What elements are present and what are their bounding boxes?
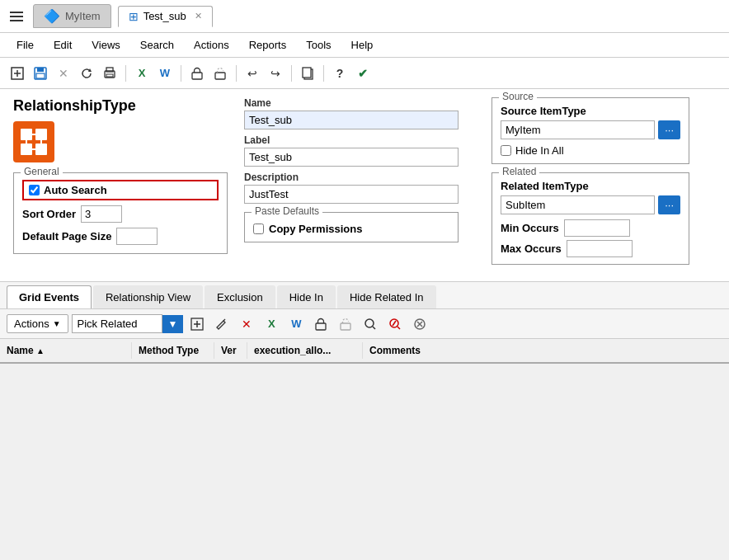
excel-button[interactable]: X: [131, 63, 153, 84]
menu-views[interactable]: Views: [82, 35, 129, 54]
sort-order-label: Sort Order: [22, 208, 76, 220]
tab-relationship-view[interactable]: Relationship View: [93, 285, 203, 308]
svg-rect-13: [303, 68, 311, 78]
col-name-label: Name: [7, 345, 34, 356]
new-button[interactable]: [7, 63, 28, 84]
col-comments[interactable]: Comments: [363, 342, 729, 359]
sort-order-row: Sort Order: [22, 205, 219, 223]
print-button[interactable]: [99, 63, 120, 84]
menu-edit[interactable]: Edit: [44, 35, 82, 54]
toolbar-sep-1: [125, 65, 126, 82]
pick-related-input[interactable]: [72, 314, 162, 333]
name-input[interactable]: [244, 111, 459, 129]
test-sub-tab-icon: ⊞: [129, 10, 139, 23]
copy-permissions-row: Copy Permissions: [253, 223, 449, 235]
tab-grid-events[interactable]: Grid Events: [7, 285, 92, 308]
svg-rect-26: [316, 323, 326, 330]
svg-rect-27: [341, 323, 350, 330]
source-input-row: ···: [501, 120, 680, 139]
description-input[interactable]: [244, 185, 459, 204]
hide-in-all-row: Hide In All: [501, 144, 680, 157]
grid-unlock-button[interactable]: [335, 313, 356, 335]
description-label: Description: [244, 172, 475, 183]
col-method-type[interactable]: Method Type: [132, 342, 214, 359]
undo-button[interactable]: ↩: [242, 63, 263, 84]
min-occurs-input[interactable]: [564, 219, 630, 237]
tab-test-sub[interactable]: ⊞ Test_sub ✕: [118, 6, 213, 27]
default-page-size-label: Default Page Size: [22, 230, 111, 242]
hamburger-menu[interactable]: [7, 8, 26, 25]
sort-asc-icon: ▲: [36, 346, 45, 355]
tab-hide-in[interactable]: Hide In: [277, 285, 336, 308]
source-item-type-input[interactable]: [501, 120, 655, 139]
svg-rect-4: [37, 68, 44, 72]
grid-word-button[interactable]: W: [285, 313, 307, 335]
min-occurs-label: Min Occurs: [501, 222, 559, 234]
svg-line-32: [393, 321, 396, 326]
tab-exclusion[interactable]: Exclusion: [205, 285, 275, 308]
form-area: RelationshipType General Auto Search: [0, 89, 729, 281]
label-input[interactable]: [244, 148, 459, 167]
svg-rect-5: [36, 73, 45, 78]
toolbar-sep-3: [236, 65, 237, 82]
grid-excel-button[interactable]: X: [261, 313, 282, 335]
grid-lock-button[interactable]: [310, 313, 332, 335]
svg-rect-10: [192, 73, 202, 79]
svg-rect-11: [215, 73, 225, 79]
grid-edit-button[interactable]: [211, 313, 233, 335]
right-panel: Source Source ItemType ··· Hide In All R…: [491, 97, 689, 273]
source-browse-button[interactable]: ···: [658, 120, 680, 139]
grid-search-button[interactable]: [360, 313, 381, 335]
min-occurs-row: Min Occurs: [501, 219, 680, 237]
name-label: Name: [244, 97, 475, 109]
toolbar-sep-2: [181, 65, 181, 82]
col-name[interactable]: Name ▲: [0, 342, 132, 359]
pick-related-dropdown[interactable]: ▼: [162, 315, 184, 333]
grid-filter-button[interactable]: [384, 313, 406, 335]
section-title: RelationshipType: [13, 97, 228, 115]
refresh-button[interactable]: [76, 63, 97, 84]
default-page-size-input[interactable]: [116, 228, 158, 245]
source-item-type-label: Source ItemType: [501, 105, 680, 117]
copy-permissions-checkbox[interactable]: [253, 224, 264, 234]
lock-button[interactable]: [186, 63, 208, 84]
related-item-type-input[interactable]: [501, 195, 655, 214]
menu-tools[interactable]: Tools: [296, 35, 341, 54]
tab-close-icon[interactable]: ✕: [195, 11, 202, 21]
menu-file[interactable]: File: [7, 35, 44, 54]
tab-myitem[interactable]: 🔷 MyItem: [33, 4, 111, 28]
default-page-size-row: Default Page Size: [22, 228, 219, 245]
actions-dropdown-icon: ▼: [53, 319, 61, 328]
paste-defaults-legend: Paste Defaults: [252, 205, 322, 217]
max-occurs-input[interactable]: [567, 240, 633, 257]
hide-in-all-checkbox[interactable]: [501, 145, 511, 156]
related-browse-button[interactable]: ···: [658, 195, 680, 214]
check-button[interactable]: ✔: [352, 63, 374, 84]
svg-point-28: [365, 319, 374, 327]
copy-button[interactable]: [297, 63, 318, 84]
label-label: Label: [244, 134, 475, 146]
delete-button[interactable]: ✕: [53, 63, 74, 84]
unlock-button[interactable]: [209, 63, 231, 84]
tab-hide-related-in[interactable]: Hide Related In: [337, 285, 436, 308]
menu-bar: File Edit Views Search Actions Reports T…: [0, 33, 729, 58]
pick-related-container: ▼: [72, 314, 184, 333]
col-execution-allo[interactable]: execution_allo...: [247, 342, 363, 359]
grid-delete-button[interactable]: ✕: [236, 313, 257, 335]
col-ver[interactable]: Ver: [214, 342, 247, 359]
save-button[interactable]: [30, 63, 51, 84]
menu-actions[interactable]: Actions: [184, 35, 239, 54]
label-field-row: Label: [244, 134, 475, 167]
auto-search-checkbox[interactable]: [29, 185, 40, 195]
grid-reset-button[interactable]: [409, 313, 430, 335]
menu-search[interactable]: Search: [130, 35, 184, 54]
grid-add-button[interactable]: [186, 313, 208, 335]
menu-help[interactable]: Help: [341, 35, 383, 54]
word-button[interactable]: W: [154, 63, 176, 84]
actions-button[interactable]: Actions ▼: [7, 314, 68, 333]
auto-search-label: Auto Search: [44, 184, 107, 196]
sort-order-input[interactable]: [81, 205, 122, 223]
redo-button[interactable]: ↪: [265, 63, 286, 84]
help-button[interactable]: ?: [329, 63, 350, 84]
menu-reports[interactable]: Reports: [239, 35, 297, 54]
